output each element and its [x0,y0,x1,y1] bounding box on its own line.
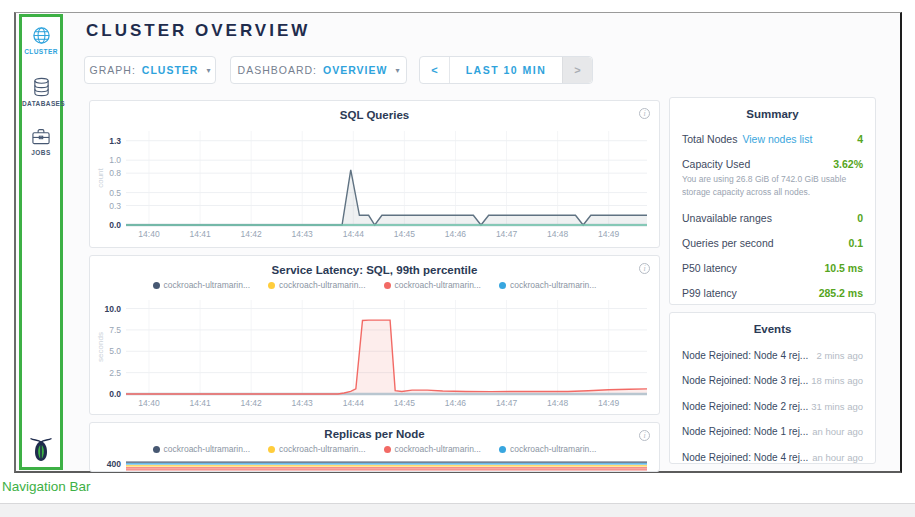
chart-sql-queries: SQL Queries i 0.00.30.50.81.01.314:4014:… [89,100,660,248]
legend-entry[interactable]: cockroach-ultramarin... [153,279,250,291]
bottom-divider [0,503,915,517]
svg-text:14:40: 14:40 [138,229,160,239]
page-title: CLUSTER OVERVIEW [86,21,310,41]
event-row[interactable]: Node Rejoined: Node 1 rej... an hour ago [682,426,863,437]
svg-text:14:49: 14:49 [598,398,620,408]
svg-text:14:40: 14:40 [138,398,160,408]
chevron-down-icon: ▾ [206,66,210,75]
time-window-next-button: > [562,57,592,83]
graph-dropdown-value: CLUSTER [142,64,199,76]
event-time: an hour ago [812,452,863,463]
legend-dot-icon [384,282,391,289]
view-nodes-list-link[interactable]: View nodes list [742,133,812,145]
summary-panel: Summary Total NodesView nodes list 4 Cap… [669,97,876,305]
events-title: Events [682,323,863,335]
controls-row: GRAPH: CLUSTER ▾ DASHBOARD: OVERVIEW ▾ <… [84,56,593,84]
event-row[interactable]: Node Rejoined: Node 3 rej... 18 mins ago [682,375,863,386]
summary-value: 0 [857,212,863,224]
chart-title: Service Latency: SQL, 99th percentile [90,264,659,276]
database-icon [32,77,51,97]
sidebar-item-label: DATABASES [22,100,60,107]
summary-row-total-nodes: Total NodesView nodes list 4 [682,133,863,145]
event-row[interactable]: Node Rejoined: Node 2 rej... 31 mins ago [682,401,863,412]
sidebar-item-databases[interactable]: DATABASES [22,77,60,107]
sidebar-item-jobs[interactable]: JOBS [22,127,60,156]
chart-title: Replicas per Node [90,428,659,440]
legend-entry[interactable]: cockroach-ultramarin... [499,279,596,291]
svg-text:14:43: 14:43 [292,398,314,408]
summary-row-queries-per-second: Queries per second 0.1 [682,237,863,249]
svg-text:1.0: 1.0 [109,155,121,165]
info-icon[interactable]: i [639,430,650,441]
sidebar-item-label: CLUSTER [22,48,60,55]
summary-row-capacity-used: Capacity Used 3.62% [682,158,863,170]
svg-text:5.0: 5.0 [109,346,121,356]
annotation-caption: Navigation Bar [2,479,91,494]
svg-text:0.8: 0.8 [109,168,121,178]
summary-value: 0.1 [848,237,863,249]
svg-text:2.5: 2.5 [109,368,121,378]
svg-text:14:42: 14:42 [241,398,263,408]
graph-dropdown-label: GRAPH: [90,64,136,76]
legend-entry[interactable]: cockroach-ultramarin... [384,279,481,291]
chart-legend: cockroach-ultramarin...cockroach-ultrama… [90,279,659,291]
summary-value: 3.62% [833,158,863,170]
time-window-label[interactable]: LAST 10 MIN [450,57,562,83]
event-label: Node Rejoined: Node 1 rej... [682,426,808,437]
event-label: Node Rejoined: Node 2 rej... [682,401,808,412]
legend-entry[interactable]: cockroach-ultramarin... [268,279,365,291]
info-icon[interactable]: i [639,263,650,274]
svg-text:0.3: 0.3 [109,201,121,211]
cockroachdb-logo[interactable] [22,435,60,462]
dashboard-dropdown[interactable]: DASHBOARD: OVERVIEW ▾ [230,56,407,84]
chart-plot[interactable]: 0.00.30.50.81.01.314:4014:4114:4214:4314… [96,125,653,241]
svg-text:14:48: 14:48 [547,398,569,408]
event-label: Node Rejoined: Node 4 rej... [682,350,808,361]
dashboard-dropdown-label: DASHBOARD: [238,64,317,76]
svg-text:7.5: 7.5 [109,325,121,335]
graph-dropdown[interactable]: GRAPH: CLUSTER ▾ [84,56,216,84]
event-row[interactable]: Node Rejoined: Node 4 rej... an hour ago [682,452,863,463]
cockroach-icon [29,435,53,462]
time-window-prev-button[interactable]: < [420,57,450,83]
event-time: an hour ago [812,426,863,437]
svg-text:seconds: seconds [96,332,105,362]
svg-text:400: 400 [107,459,121,469]
event-label: Node Rejoined: Node 4 rej... [682,452,808,463]
legend-dot-icon [499,282,506,289]
globe-icon [32,26,51,45]
chart-service-latency: Service Latency: SQL, 99th percentile i … [89,255,660,415]
event-label: Node Rejoined: Node 3 rej... [682,375,808,386]
summary-row-unavailable-ranges: Unavailable ranges 0 [682,212,863,224]
sidebar-item-cluster[interactable]: CLUSTER [22,26,60,55]
svg-text:count: count [96,167,105,187]
sidebar-item-label: JOBS [22,149,60,156]
legend-label: cockroach-ultramarin... [510,280,596,290]
svg-text:10.0: 10.0 [104,304,121,314]
svg-text:0.0: 0.0 [109,389,121,399]
navigation-bar: CLUSTER DATABASES JOBS [19,14,63,470]
chevron-down-icon: ▾ [395,66,399,75]
svg-text:14:41: 14:41 [189,229,211,239]
summary-label: Capacity Used [682,158,750,170]
chart-plot[interactable]: 0.02.55.07.510.014:4014:4114:4214:4314:4… [96,294,653,410]
svg-text:14:45: 14:45 [394,229,416,239]
chart-title: SQL Queries [90,109,659,121]
summary-value: 10.5 ms [824,262,863,274]
svg-text:14:44: 14:44 [343,229,365,239]
svg-text:0.0: 0.0 [109,220,121,230]
svg-text:14:46: 14:46 [445,398,467,408]
chart-replicas-per-node: Replicas per Node i cockroach-ultramarin… [89,422,660,472]
event-row[interactable]: Node Rejoined: Node 4 rej... 2 mins ago [682,350,863,361]
legend-dot-icon [268,282,275,289]
svg-text:14:48: 14:48 [547,229,569,239]
svg-text:14:44: 14:44 [343,398,365,408]
legend-label: cockroach-ultramarin... [279,280,365,290]
info-icon[interactable]: i [639,108,650,119]
svg-text:14:41: 14:41 [189,398,211,408]
legend-label: cockroach-ultramarin... [395,280,481,290]
summary-value: 285.2 ms [819,287,863,299]
chart-plot[interactable]: 400 [96,449,653,472]
admin-ui-window: CLUSTER DATABASES JOBS [14,12,902,473]
svg-text:1.3: 1.3 [109,136,121,146]
